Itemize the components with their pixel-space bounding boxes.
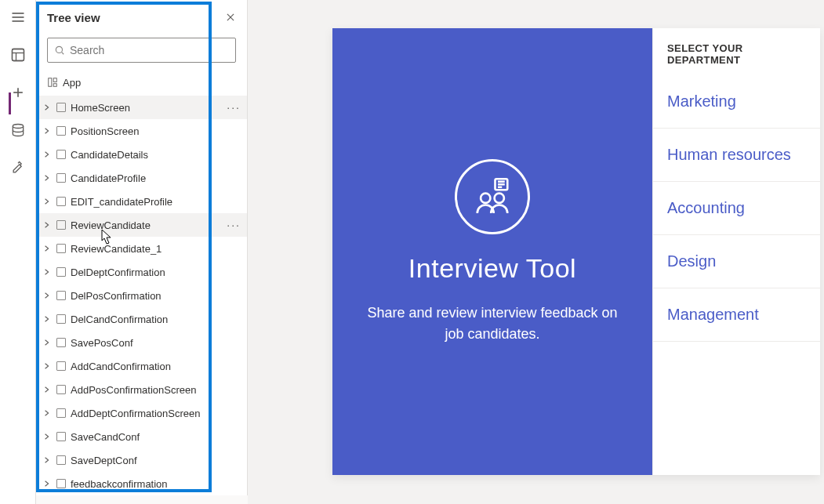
- svg-rect-4: [12, 49, 24, 61]
- dept-panel: SELECT YOUR DEPARTMENT MarketingHuman re…: [652, 28, 820, 475]
- dept-item[interactable]: Accounting: [653, 182, 820, 235]
- screen-icon: [56, 314, 66, 324]
- svg-point-18: [481, 193, 490, 202]
- hamburger-icon[interactable]: [9, 8, 27, 27]
- tree-item-label: SaveDeptConf: [71, 455, 137, 466]
- screen-icon: [56, 197, 66, 206]
- tree-item[interactable]: HomeScreen ···: [36, 96, 247, 119]
- tree-view-icon[interactable]: [9, 45, 27, 64]
- app-preview: Interview Tool Share and review intervie…: [332, 28, 820, 475]
- hero-icon: [455, 159, 530, 234]
- hero-title: Interview Tool: [408, 253, 576, 284]
- search-input-wrap[interactable]: [47, 38, 236, 63]
- more-button[interactable]: ···: [227, 101, 241, 114]
- screen-icon: [56, 103, 66, 112]
- chevron-right-icon: [42, 316, 52, 322]
- tree-item[interactable]: CandidateProfile: [36, 166, 247, 190]
- svg-rect-15: [53, 78, 56, 82]
- chevron-right-icon: [42, 292, 52, 299]
- tree-item[interactable]: ReviewCandidate_1: [36, 237, 247, 260]
- chevron-right-icon: [42, 269, 52, 275]
- chevron-right-icon: [42, 457, 52, 463]
- tree-app-label: App: [63, 77, 81, 89]
- tree-panel: Tree view App HomeScreen ··· PositionScr…: [36, 0, 248, 495]
- tree-panel-title: Tree view: [47, 11, 100, 24]
- tree-app-root[interactable]: App: [36, 69, 247, 96]
- tree-item[interactable]: EDIT_candidateProfile: [36, 190, 247, 213]
- insert-icon[interactable]: [9, 83, 27, 102]
- chevron-right-icon: [42, 198, 52, 205]
- dept-item[interactable]: Management: [653, 288, 820, 342]
- hero-subtitle: Share and review interview feedback on j…: [361, 303, 624, 345]
- tree-item[interactable]: AddDeptConfirmationScreen: [36, 401, 247, 425]
- chevron-right-icon: [42, 104, 52, 111]
- tree-item-label: SaveCandConf: [71, 431, 140, 443]
- screen-icon: [56, 244, 66, 253]
- chevron-right-icon: [42, 128, 52, 134]
- svg-line-13: [62, 53, 64, 55]
- chevron-right-icon: [42, 363, 52, 369]
- tree-item-label: DelPosConfirmation: [71, 290, 162, 302]
- dept-item[interactable]: Design: [653, 235, 820, 288]
- screen-icon: [56, 455, 66, 465]
- tree-item[interactable]: feedbackconfirmation: [36, 472, 247, 495]
- tree-item[interactable]: CandidateDetails: [36, 143, 247, 166]
- tools-icon[interactable]: [9, 158, 27, 177]
- svg-rect-14: [49, 78, 52, 87]
- dept-item[interactable]: Marketing: [653, 75, 820, 129]
- screen-icon: [56, 385, 66, 394]
- chevron-right-icon: [42, 245, 52, 252]
- tree-item-label: PositionScreen: [71, 125, 139, 137]
- tree-item[interactable]: ReviewCandidate ···: [36, 213, 247, 237]
- dept-item[interactable]: Human resources: [653, 129, 820, 182]
- tree-item-label: DelCandConfirmation: [71, 314, 168, 325]
- tree-item[interactable]: DelCandConfirmation: [36, 307, 247, 331]
- tree-item[interactable]: SaveCandConf: [36, 425, 247, 448]
- tree-item[interactable]: PositionScreen: [36, 119, 247, 143]
- screen-icon: [56, 150, 66, 159]
- left-rail: [0, 0, 36, 504]
- tree-item-label: SavePosConf: [71, 337, 133, 349]
- app-icon: [47, 77, 58, 88]
- tree-item-label: DelDeptConfirmation: [71, 267, 165, 278]
- tree-item[interactable]: AddCandConfirmation: [36, 354, 247, 378]
- screen-icon: [56, 408, 66, 418]
- tree-item[interactable]: SavePosConf: [36, 331, 247, 354]
- canvas: Interview Tool Share and review intervie…: [248, 0, 824, 504]
- svg-point-9: [13, 125, 23, 129]
- search-icon: [54, 45, 65, 56]
- chevron-right-icon: [42, 386, 52, 393]
- data-icon[interactable]: [9, 121, 27, 140]
- screen-icon: [56, 220, 66, 230]
- dept-header: SELECT YOUR DEPARTMENT: [653, 28, 820, 75]
- tree-item-label: ReviewCandidate: [71, 219, 151, 231]
- tree-item[interactable]: AddPosConfirmationScreen: [36, 378, 247, 401]
- chevron-right-icon: [42, 175, 52, 181]
- tree-item[interactable]: DelDeptConfirmation: [36, 260, 247, 284]
- chevron-right-icon: [42, 151, 52, 158]
- svg-point-19: [495, 193, 504, 202]
- tree-item[interactable]: DelPosConfirmation: [36, 284, 247, 307]
- tree-item-label: EDIT_candidateProfile: [71, 196, 172, 208]
- screen-icon: [56, 432, 66, 441]
- screen-icon: [56, 361, 66, 371]
- chevron-right-icon: [42, 480, 52, 487]
- tree-item-label: ReviewCandidate_1: [71, 243, 162, 255]
- tree-item-label: feedbackconfirmation: [71, 478, 168, 490]
- tree-item-label: CandidateProfile: [71, 172, 146, 184]
- tree-item[interactable]: SaveDeptConf: [36, 448, 247, 472]
- chevron-right-icon: [42, 410, 52, 416]
- screen-icon: [56, 291, 66, 300]
- screen-icon: [56, 173, 66, 183]
- screen-icon: [56, 267, 66, 277]
- tree-body: App HomeScreen ··· PositionScreen Candid…: [36, 69, 247, 495]
- close-panel-button[interactable]: [221, 8, 240, 27]
- hero-panel: Interview Tool Share and review intervie…: [332, 28, 652, 475]
- more-button[interactable]: ···: [227, 219, 241, 231]
- search-input[interactable]: [70, 44, 229, 56]
- tree-item-label: CandidateDetails: [71, 149, 148, 161]
- svg-rect-16: [53, 84, 56, 87]
- tree-item-label: AddDeptConfirmationScreen: [71, 408, 200, 419]
- svg-point-12: [56, 46, 62, 53]
- screen-icon: [56, 126, 66, 136]
